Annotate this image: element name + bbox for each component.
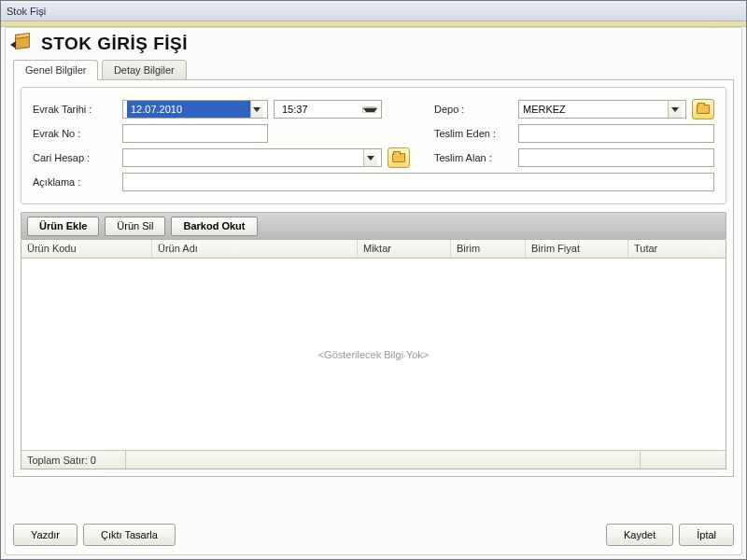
- aciklama-input[interactable]: [122, 173, 714, 191]
- design-output-button[interactable]: Çıktı Tasarla: [83, 524, 176, 546]
- save-button[interactable]: Kaydet: [606, 524, 673, 546]
- spinner-down[interactable]: [363, 108, 377, 113]
- chevron-down-icon: [363, 108, 377, 113]
- window: Stok Fişi STOK GİRİŞ FİŞİ Genel Bilgiler…: [0, 0, 747, 560]
- label-evrak-tarihi: Evrak Tarihi :: [33, 104, 117, 115]
- evrak-saat-text[interactable]: [278, 101, 362, 118]
- col-tutar[interactable]: Tutar: [628, 240, 726, 258]
- col-miktar[interactable]: Miktar: [358, 240, 451, 258]
- folder-icon: [392, 153, 405, 162]
- col-urun-adi[interactable]: Ürün Adı: [152, 240, 358, 258]
- tabpage-general: Evrak Tarihi :: [13, 80, 734, 477]
- page-title: STOK GİRİŞ FİŞİ: [41, 34, 188, 54]
- col-urun-kodu[interactable]: Ürün Kodu: [21, 240, 152, 258]
- add-product-button[interactable]: Ürün Ekle: [27, 217, 99, 236]
- grid-header-row: Ürün Kodu Ürün Adı Miktar Birim Birim Fi…: [21, 240, 726, 259]
- cari-hesap-text[interactable]: [127, 149, 363, 166]
- form-panel: Evrak Tarihi :: [21, 87, 726, 204]
- grid-footer-total-rows: Toplam Satır: 0: [21, 451, 126, 469]
- depo-combo[interactable]: [518, 100, 686, 119]
- depo-text[interactable]: [523, 101, 668, 118]
- chevron-up-icon: [363, 106, 377, 107]
- folder-icon: [697, 105, 710, 114]
- col-birim[interactable]: Birim: [451, 240, 526, 258]
- evrak-saat-input[interactable]: [274, 100, 382, 119]
- evrak-tarihi-dropdown-button[interactable]: [250, 101, 263, 118]
- col-birim-fiyat[interactable]: Birim Fiyat: [526, 240, 628, 258]
- cari-hesap-browse-button[interactable]: [388, 147, 410, 168]
- depo-dropdown-button[interactable]: [668, 101, 682, 118]
- teslim-alan-input[interactable]: [518, 148, 714, 167]
- page-header: STOK GİRİŞ FİŞİ: [13, 34, 734, 54]
- depo-browse-button[interactable]: [692, 99, 714, 119]
- evrak-tarihi-input[interactable]: [122, 100, 268, 119]
- evrak-no-input[interactable]: [122, 124, 268, 143]
- grid-empty-message: <Gösterilecek Bilgi Yok>: [21, 259, 726, 450]
- window-title: Stok Fişi: [1, 1, 746, 21]
- tabset: Genel Bilgiler Detay Bilgiler: [13, 60, 734, 80]
- bottom-button-bar: Yazdır Çıktı Tasarla Kaydet İptal: [13, 523, 734, 547]
- label-depo: Depo :: [430, 104, 513, 115]
- cancel-button[interactable]: İptal: [679, 524, 734, 546]
- product-grid: Ürün Kodu Ürün Adı Miktar Birim Birim Fi…: [21, 240, 726, 469]
- delete-product-button[interactable]: Ürün Sil: [105, 217, 165, 236]
- chevron-down-icon: [253, 107, 261, 112]
- label-aciklama: Açıklama :: [33, 176, 117, 188]
- cari-hesap-combo[interactable]: [122, 148, 382, 167]
- barcode-read-button[interactable]: Barkod Okut: [171, 217, 257, 236]
- stock-in-icon: [13, 34, 34, 54]
- cari-hesap-dropdown-button[interactable]: [363, 149, 377, 166]
- print-button[interactable]: Yazdır: [13, 524, 78, 546]
- grid-footer: Toplam Satır: 0: [21, 450, 726, 469]
- label-cari-hesap: Cari Hesap :: [33, 152, 117, 163]
- chevron-down-icon: [671, 107, 679, 112]
- label-evrak-no: Evrak No :: [33, 128, 117, 139]
- label-teslim-eden: Teslim Eden :: [430, 128, 513, 139]
- evrak-tarihi-text[interactable]: [127, 101, 250, 118]
- tab-detail[interactable]: Detay Bilgiler: [102, 60, 187, 80]
- grid-toolbar: Ürün Ekle Ürün Sil Barkod Okut: [21, 212, 726, 240]
- tab-general[interactable]: Genel Bilgiler: [13, 60, 98, 80]
- time-spinner[interactable]: [362, 106, 377, 113]
- chevron-down-icon: [367, 156, 374, 161]
- label-teslim-alan: Teslim Alan :: [430, 152, 513, 163]
- teslim-eden-input[interactable]: [518, 124, 714, 143]
- content-panel: STOK GİRİŞ FİŞİ Genel Bilgiler Detay Bil…: [5, 27, 742, 555]
